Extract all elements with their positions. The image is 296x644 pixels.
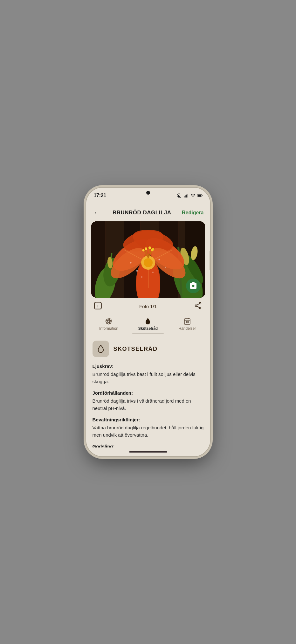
photo-counter: Foto 1/1 (139, 304, 157, 309)
tab-information-label: Information (99, 326, 118, 331)
svg-point-49 (141, 276, 142, 278)
mute-icon (176, 193, 182, 198)
svg-point-48 (158, 259, 160, 260)
screen-content[interactable]: ← BRUNRÖD DAGLILJA Redigera (86, 204, 210, 447)
section-header: SKÖTSELRÅD (93, 341, 204, 357)
home-indicator (86, 447, 210, 456)
page-title: BRUNRÖD DAGLILJA (113, 210, 171, 216)
signal-icon (183, 193, 189, 198)
svg-point-52 (165, 267, 166, 268)
svg-point-44 (142, 249, 144, 252)
svg-point-67 (110, 319, 111, 321)
photo-controls-bar: Foto 1/1 (86, 298, 210, 315)
photo-info-button[interactable] (94, 301, 102, 311)
info-icon (94, 301, 102, 310)
svg-point-46 (151, 249, 153, 252)
tab-skotselrad[interactable]: Skötselråd (128, 315, 168, 334)
calendar-icon (183, 317, 191, 325)
svg-point-57 (195, 305, 197, 306)
svg-point-66 (107, 319, 108, 321)
tabs-bar: Information Skötselråd Händ (86, 315, 210, 334)
care-block-bevattning: Bevattningsriktlinjer: Vattna brunröd da… (93, 417, 204, 439)
care-block-ljuskrav: Ljuskrav: Brunröd daglilja trivs bäst i … (93, 364, 204, 385)
svg-point-36 (144, 258, 153, 267)
svg-point-47 (136, 270, 138, 272)
tab-handelser[interactable]: Händelser (168, 315, 207, 334)
svg-point-69 (110, 322, 111, 324)
svg-line-60 (197, 306, 200, 308)
care-heading-ljuskrav: Ljuskrav: (93, 364, 204, 369)
section-icon-box (93, 341, 109, 357)
tab-handelser-label: Händelser (178, 326, 196, 331)
section-content: SKÖTSELRÅD Ljuskrav: Brunröd daglilja tr… (86, 334, 210, 447)
back-button[interactable]: ← (93, 207, 102, 218)
plant-photo-container (91, 221, 205, 298)
add-photo-button[interactable] (186, 279, 201, 293)
care-block-godsling: Gödsling: (93, 444, 204, 447)
svg-point-50 (152, 272, 154, 273)
care-heading-godsling: Gödsling: (93, 444, 204, 447)
svg-point-51 (130, 262, 131, 264)
svg-point-68 (107, 322, 108, 324)
section-title: SKÖTSELRÅD (114, 346, 158, 352)
status-icons (176, 193, 203, 198)
svg-rect-2 (186, 195, 187, 197)
status-time: 17:21 (94, 193, 106, 198)
svg-rect-3 (187, 194, 188, 197)
svg-rect-70 (184, 319, 190, 324)
section-drop-icon (96, 344, 105, 353)
svg-point-55 (98, 304, 98, 304)
svg-rect-0 (184, 196, 184, 197)
svg-point-61 (108, 320, 110, 322)
care-text-ljuskrav: Brunröd daglilja trivs bäst i fullt soll… (93, 371, 204, 385)
home-indicator-bar (129, 451, 167, 453)
app-header: ← BRUNRÖD DAGLILJA Redigera (86, 204, 210, 221)
tab-information[interactable]: Information (89, 315, 128, 334)
edit-button[interactable]: Redigera (182, 210, 203, 216)
phone-shell: 17:21 (86, 188, 210, 456)
status-bar: 17:21 (86, 188, 210, 204)
svg-rect-1 (185, 195, 185, 197)
battery-icon (197, 193, 203, 198)
drop-icon (144, 317, 152, 325)
share-button[interactable] (194, 301, 202, 311)
care-block-jord: Jordförhållanden: Brunröd daglilja trivs… (93, 390, 204, 412)
care-heading-bevattning: Bevattningsriktlinjer: (93, 417, 204, 422)
svg-line-59 (197, 304, 200, 305)
side-button-right (210, 251, 210, 270)
svg-rect-75 (188, 322, 189, 322)
svg-point-58 (199, 307, 201, 309)
svg-rect-74 (186, 322, 187, 322)
tab-skotselrad-label: Skötselråd (138, 326, 158, 331)
svg-point-56 (199, 302, 201, 304)
share-icon (194, 301, 202, 310)
svg-rect-5 (197, 195, 201, 197)
camera-notch (146, 191, 150, 195)
flower-icon (105, 317, 113, 325)
care-text-jord: Brunröd daglilja trivs i väldränerad jor… (93, 398, 204, 412)
care-text-bevattning: Vattna brunröd daglilja regelbundet, hål… (93, 424, 204, 439)
care-heading-jord: Jordförhållanden: (93, 390, 204, 396)
camera-icon (189, 282, 197, 290)
svg-point-40 (148, 246, 151, 249)
svg-point-38 (145, 247, 147, 250)
wifi-icon (190, 193, 196, 198)
